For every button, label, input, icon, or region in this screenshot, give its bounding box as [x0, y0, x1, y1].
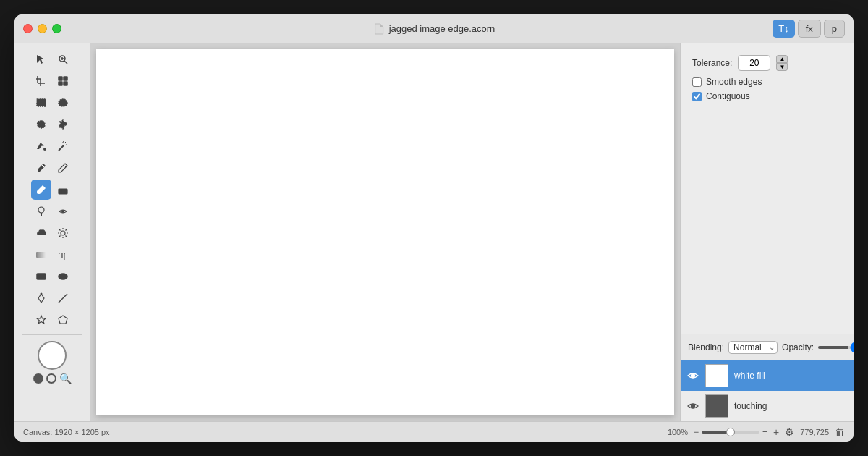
tolerance-stepper: ▲ ▼: [776, 55, 788, 71]
background-dot[interactable]: [46, 373, 56, 384]
add-layer-button[interactable]: +: [773, 426, 779, 438]
left-toolbar: T: [14, 43, 90, 421]
lasso-tool[interactable]: [31, 114, 51, 135]
svg-point-26: [38, 207, 44, 213]
svg-point-48: [692, 405, 695, 408]
layer-name-white-fill: white fill: [734, 371, 765, 381]
smudge-tool[interactable]: [53, 201, 73, 221]
transform-tool[interactable]: [53, 71, 73, 91]
zoom-slider[interactable]: [702, 431, 760, 434]
svg-point-14: [59, 99, 67, 106]
rect-select-tool[interactable]: [31, 93, 51, 113]
svg-point-15: [43, 148, 46, 151]
svg-line-20: [64, 142, 66, 143]
blending-row: Blending: Normal Multiply Screen Overlay…: [681, 334, 854, 360]
tool-row-5: [31, 136, 73, 156]
coords: 779,725: [800, 428, 829, 436]
zoom-plus-icon[interactable]: +: [762, 427, 767, 437]
text-tool-button[interactable]: T↕: [773, 20, 794, 38]
layer-eye-white-fill[interactable]: [686, 369, 699, 382]
smooth-edges-checkbox[interactable]: [692, 77, 702, 87]
shape-ellipse-tool[interactable]: [53, 266, 73, 287]
fx-button[interactable]: fx: [798, 20, 821, 38]
main-layout: T: [14, 43, 854, 421]
magic-lasso-tool[interactable]: [53, 114, 73, 135]
color-swatch-area: 🔍: [33, 341, 72, 384]
svg-line-44: [59, 294, 67, 303]
line-tool[interactable]: [53, 288, 73, 308]
right-panel: Tolerance: ▲ ▼ Smooth edges Contiguous: [680, 43, 854, 421]
text-tool[interactable]: T: [53, 245, 73, 265]
shape-rect-tool[interactable]: [31, 266, 51, 287]
layer-eye-touching[interactable]: [686, 400, 699, 413]
star-tool[interactable]: [31, 310, 51, 330]
title-bar: jagged image edge.acorn T↕ fx p: [14, 14, 854, 43]
layer-white-fill[interactable]: white fill: [681, 360, 854, 391]
minimize-button[interactable]: [38, 24, 47, 33]
eyedropper-mini[interactable]: 🔍: [59, 373, 72, 384]
magic-wand-tool[interactable]: [53, 136, 73, 156]
pen-tool[interactable]: [31, 288, 51, 308]
svg-line-18: [63, 141, 64, 142]
maximize-button[interactable]: [52, 24, 61, 33]
tolerance-label: Tolerance:: [692, 58, 732, 68]
blending-select-wrapper: Normal Multiply Screen Overlay: [728, 340, 778, 354]
svg-point-47: [692, 374, 695, 378]
tool-row-10: T: [31, 245, 73, 265]
polygon-tool[interactable]: [53, 310, 73, 330]
crop-tool[interactable]: [31, 71, 51, 91]
eyedropper-tool[interactable]: [31, 158, 51, 178]
tolerance-input[interactable]: [738, 55, 770, 71]
svg-rect-9: [59, 77, 62, 80]
tool-row-3: [31, 93, 73, 113]
p-button[interactable]: p: [824, 20, 845, 38]
cloud-tool[interactable]: [31, 223, 51, 243]
gradient-tool[interactable]: [31, 245, 51, 265]
canvas-area[interactable]: [90, 43, 680, 421]
dodge-tool[interactable]: [31, 201, 51, 221]
svg-rect-10: [64, 77, 67, 80]
tool-row-12: [31, 288, 73, 308]
svg-point-28: [61, 210, 64, 213]
tolerance-row: Tolerance: ▲ ▼: [692, 55, 842, 71]
opacity-label: Opacity:: [782, 342, 814, 352]
lighten-tool[interactable]: [53, 223, 73, 243]
eraser-tool[interactable]: [53, 180, 73, 200]
tool-row-11: [31, 266, 73, 287]
fx-label: fx: [806, 23, 813, 34]
ellipse-select-tool[interactable]: [53, 93, 73, 113]
close-button[interactable]: [23, 24, 33, 33]
pencil-tool[interactable]: [53, 158, 73, 178]
delete-layer-button[interactable]: 🗑: [835, 426, 845, 438]
svg-line-36: [66, 229, 67, 231]
blending-select[interactable]: Normal Multiply Screen Overlay: [728, 341, 778, 354]
paint-bucket-tool[interactable]: [31, 136, 51, 156]
tolerance-down[interactable]: ▼: [776, 63, 788, 71]
tolerance-up[interactable]: ▲: [776, 55, 788, 63]
brush-tool[interactable]: [31, 180, 51, 200]
opacity-slider[interactable]: [818, 346, 854, 349]
foreground-dot[interactable]: [33, 373, 43, 384]
p-label: p: [832, 23, 837, 34]
contiguous-checkbox[interactable]: [692, 92, 702, 101]
svg-rect-11: [59, 82, 62, 85]
svg-marker-46: [59, 316, 67, 324]
foreground-color[interactable]: [38, 341, 67, 370]
settings-button[interactable]: ⚙: [785, 426, 794, 438]
arrow-tool[interactable]: [31, 49, 51, 69]
zoom-minus-icon[interactable]: −: [694, 427, 699, 437]
zoom-tool[interactable]: [53, 49, 73, 69]
svg-line-16: [59, 145, 64, 151]
tool-row-7: [31, 180, 73, 200]
smooth-edges-label: Smooth edges: [706, 77, 762, 87]
layer-touching[interactable]: touching: [681, 391, 854, 421]
window-title: jagged image edge.acorn: [389, 23, 495, 34]
layers-section: Blending: Normal Multiply Screen Overlay…: [681, 334, 854, 421]
svg-point-43: [41, 293, 43, 295]
layer-name-touching: touching: [734, 401, 767, 411]
title-bar-right: T↕ fx p: [773, 20, 845, 38]
canvas-info: Canvas: 1920 × 1205 px: [23, 428, 110, 436]
svg-rect-38: [36, 252, 46, 258]
svg-rect-24: [59, 189, 67, 194]
zoom-label: 100%: [668, 428, 688, 436]
